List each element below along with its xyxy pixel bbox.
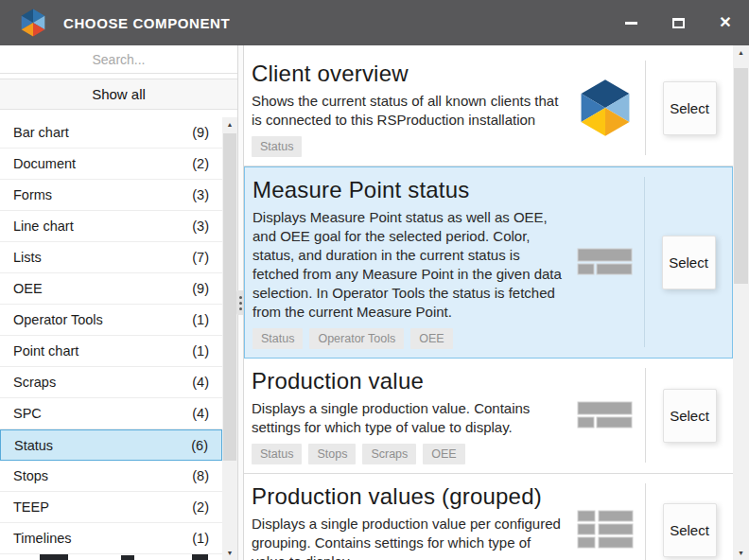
category-label: Forms: [13, 187, 52, 202]
category-label: Document: [13, 156, 76, 171]
select-button[interactable]: Select: [663, 81, 717, 135]
component-card[interactable]: Production value Displays a single produ…: [244, 359, 733, 474]
component-title: Production values (grouped): [252, 483, 566, 510]
category-label: Scraps: [13, 375, 56, 390]
component-title: Production value: [252, 368, 566, 394]
dialog-body: Show all Bar chart (9) Document (2) Form…: [0, 45, 749, 560]
sidebar-category[interactable]: Line chart (3): [0, 211, 222, 242]
component-description: Displays Measure Point status as well as…: [253, 208, 566, 322]
category-count: (2): [192, 156, 209, 171]
category-label: SPC: [13, 406, 42, 421]
component-title: Measure Point status: [253, 177, 566, 203]
select-button[interactable]: Select: [663, 389, 717, 443]
main-scrollbar[interactable]: ▲ ▼: [733, 45, 749, 560]
component-tags: StatusStopsScrapsOEE: [252, 444, 566, 464]
tag-chip: OEE: [423, 444, 464, 464]
component-card[interactable]: Measure Point status Displays Measure Po…: [244, 166, 733, 359]
minimize-icon: [625, 22, 637, 25]
titlebar: CHOOSE COMPONENT ✕: [0, 0, 749, 45]
sidebar-category[interactable]: TEEP (2): [0, 492, 222, 523]
component-description: Displays a single production value. Cont…: [252, 399, 566, 437]
select-button[interactable]: Select: [663, 503, 717, 557]
sidebar-category[interactable]: Operator Tools (1): [0, 305, 222, 336]
maximize-button[interactable]: [654, 0, 702, 45]
scroll-up-icon[interactable]: ▲: [733, 45, 749, 60]
production-value-icon: [566, 366, 645, 464]
close-icon: ✕: [719, 15, 731, 30]
scroll-up-icon[interactable]: ▲: [222, 117, 237, 131]
background-window-fragment: [40, 554, 68, 560]
category-label: OEE: [13, 281, 43, 296]
app-logo-icon: [19, 9, 47, 37]
tag-chip: OEE: [410, 328, 452, 349]
tag-chip: Status: [252, 444, 302, 464]
background-window-fragment: [192, 554, 208, 560]
sidebar-category[interactable]: OEE (9): [0, 273, 222, 305]
sidebar-scroll-thumb[interactable]: [223, 133, 236, 461]
search-input[interactable]: [0, 45, 237, 74]
category-label: Operator Tools: [13, 312, 103, 327]
category-label: Point chart: [13, 343, 78, 359]
maximize-icon: [672, 18, 685, 28]
category-count: (1): [192, 343, 209, 359]
sidebar-category[interactable]: SPC (4): [0, 398, 222, 429]
category-count: (1): [192, 312, 209, 327]
category-list-area: Bar chart (9) Document (2) Forms (3) Lin…: [0, 117, 237, 560]
sidebar-category[interactable]: Scraps (4): [0, 367, 222, 398]
scroll-down-icon[interactable]: ▼: [733, 546, 749, 560]
select-button[interactable]: Select: [662, 236, 716, 289]
show-all-button[interactable]: Show all: [0, 79, 237, 110]
component-title: Client overview: [252, 61, 566, 87]
component-card-list: Client overview Shows the current status…: [244, 45, 733, 560]
main-scroll-thumb[interactable]: [734, 68, 748, 284]
category-label: TEEP: [13, 499, 49, 515]
category-list: Bar chart (9) Document (2) Forms (3) Lin…: [0, 117, 222, 560]
component-panel: Client overview Shows the current status…: [243, 45, 749, 560]
component-card[interactable]: Client overview Shows the current status…: [244, 51, 733, 166]
window-title: CHOOSE COMPONENT: [63, 15, 230, 31]
category-label: Status: [14, 438, 53, 453]
component-card[interactable]: Production values (grouped) Displays a s…: [244, 474, 733, 560]
category-count: (4): [192, 375, 209, 390]
category-count: (2): [192, 499, 209, 515]
category-sidebar: Show all Bar chart (9) Document (2) Form…: [0, 45, 238, 560]
component-description: Displays a single production value per c…: [252, 515, 566, 560]
sidebar-category[interactable]: Point chart (1): [0, 336, 222, 367]
sidebar-scrollbar[interactable]: ▲ ▼: [222, 117, 237, 560]
category-label: Line chart: [13, 219, 74, 234]
category-label: Bar chart: [13, 125, 69, 140]
component-tags: StatusOperator ToolsOEE: [253, 328, 566, 349]
tag-chip: Status: [252, 136, 302, 157]
category-count: (7): [192, 250, 209, 265]
sidebar-category[interactable]: Lists (7): [0, 242, 222, 273]
main-scroll-track[interactable]: [733, 60, 749, 546]
choose-component-window: CHOOSE COMPONENT ✕ Show all Bar chart (9…: [0, 0, 749, 560]
sidebar-category[interactable]: Bar chart (9): [0, 117, 222, 149]
sidebar-category[interactable]: Stops (8): [0, 461, 222, 492]
close-button[interactable]: ✕: [702, 0, 749, 45]
cube-icon: [566, 59, 645, 157]
category-count: (1): [192, 531, 209, 546]
tag-chip: Stops: [308, 444, 356, 464]
tag-chip: Status: [253, 328, 303, 349]
category-count: (4): [192, 406, 209, 421]
sidebar-category[interactable]: Status (6): [0, 429, 222, 461]
category-label: Lists: [13, 250, 42, 265]
sidebar-category[interactable]: Timelines (1): [0, 523, 222, 554]
category-count: (8): [192, 468, 209, 483]
category-count: (6): [191, 438, 208, 453]
scroll-down-icon[interactable]: ▼: [222, 546, 237, 560]
sidebar-category[interactable]: Forms (3): [0, 180, 222, 211]
component-tags: Status: [252, 136, 566, 157]
category-count: (3): [192, 187, 209, 202]
minimize-button[interactable]: [607, 0, 654, 45]
category-count: (9): [192, 281, 209, 296]
window-controls: ✕: [607, 0, 749, 45]
background-window-fragment: [121, 555, 134, 560]
measure-point-status-icon: [566, 175, 644, 349]
tag-chip: Operator Tools: [309, 328, 404, 349]
category-count: (3): [192, 219, 209, 234]
grouped-values-icon: [566, 481, 645, 560]
sidebar-category[interactable]: Document (2): [0, 149, 222, 180]
sidebar-scroll-track[interactable]: [222, 131, 237, 546]
